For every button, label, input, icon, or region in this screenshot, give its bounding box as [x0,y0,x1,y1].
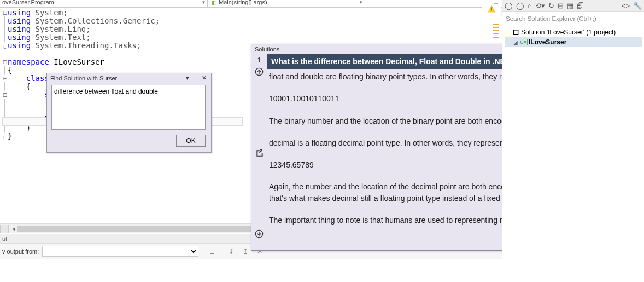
home-icon[interactable]: ⌂ [528,2,532,10]
downvote-icon[interactable] [255,229,264,240]
scroll-left-icon[interactable]: ◂ [9,225,17,233]
solutions-title: Solutions [255,46,279,53]
solution-tree[interactable]: 🞏 Solution 'ILoveSurser' (1 project) ◢ C… [502,25,644,49]
tree-project-node[interactable]: ◢ C# ILoveSurser [505,37,642,47]
sync-icon[interactable]: ⟲▾ [535,2,545,10]
nav-forward-icon[interactable]: ◯ [516,2,524,10]
solutions-left-gutter: 1 [251,54,267,248]
expand-icon[interactable]: ◢ [512,39,519,45]
output-from-label: v output from: [2,248,39,255]
window-menu-icon[interactable]: ▾ [185,74,190,82]
marker[interactable] [493,24,499,25]
query-input[interactable] [51,85,206,130]
chevron-down-icon: ▾ [202,0,205,5]
project-label: ILoveSurser [529,38,566,46]
method-icon: ◧ [212,0,216,5]
explorer-toolbar: ◯ ◯ ⌂ ⟲▾ ↻ ⊟ ▦ 🗐 <> 🔧 [502,0,644,12]
upvote-icon[interactable] [255,67,264,78]
close-icon[interactable]: ✕ [201,74,208,82]
wrench-icon[interactable]: 🔧 [633,2,642,10]
solution-label: Solution 'ILoveSurser' (1 project) [521,28,616,36]
nav-back-icon[interactable]: ◯ [505,2,513,10]
search-placeholder: Search Solution Explorer (Ctrl+;) [506,15,596,22]
warning-icon[interactable]: ⚠️ [488,5,495,13]
member-combo-text: Main(string[] args) [219,0,267,5]
marker[interactable] [493,37,499,38]
output-tool-icon[interactable]: ↥ [240,246,251,257]
csharp-project-icon: C# [519,39,528,45]
collapse-icon[interactable]: ⊟ [558,2,564,10]
split-box[interactable] [0,225,9,233]
marker[interactable] [493,27,499,28]
member-combo[interactable]: ◧ Main(string[] args) ▾ [209,0,365,7]
dialog-titlebar[interactable]: Find Solution with Surser ▾ □ ✕ [47,73,211,83]
properties-icon[interactable]: 🗐 [577,2,584,10]
scroll-thumb[interactable] [17,226,258,232]
solution-explorer-region: ◯ ◯ ⌂ ⟲▾ ↻ ⊟ ▦ 🗐 <> 🔧 Search Solution Ex… [502,0,644,263]
refresh-icon[interactable]: ↻ [548,2,554,10]
solution-icon: 🞏 [511,29,520,36]
output-tool-icon[interactable]: ≣ [207,246,218,257]
find-solution-dialog: Find Solution with Surser ▾ □ ✕ OK [46,73,212,153]
dialog-title: Find Solution with Surser [50,75,117,82]
type-combo-text: oveSurser.Program [2,0,54,5]
output-tool-icon[interactable]: ↧ [226,246,237,257]
type-combo[interactable]: oveSurser.Program ▾ [0,0,208,7]
chevron-down-icon: ▾ [360,0,362,5]
editor-navigation-bar: oveSurser.Program ▾ ◧ Main(string[] args… [0,0,502,8]
output-source-select[interactable] [42,246,198,257]
ok-button[interactable]: OK [176,135,206,147]
maximize-icon[interactable]: □ [192,75,198,82]
marker[interactable] [493,30,499,31]
external-link-icon[interactable] [255,148,264,159]
marker[interactable] [493,33,499,34]
show-all-icon[interactable]: ▦ [567,2,573,10]
result-number: 1 [257,56,261,64]
tree-solution-node[interactable]: 🞏 Solution 'ILoveSurser' (1 project) [505,27,642,37]
code-icon[interactable]: <> [622,2,630,10]
explorer-search[interactable]: Search Solution Explorer (Ctrl+;) [502,12,644,25]
